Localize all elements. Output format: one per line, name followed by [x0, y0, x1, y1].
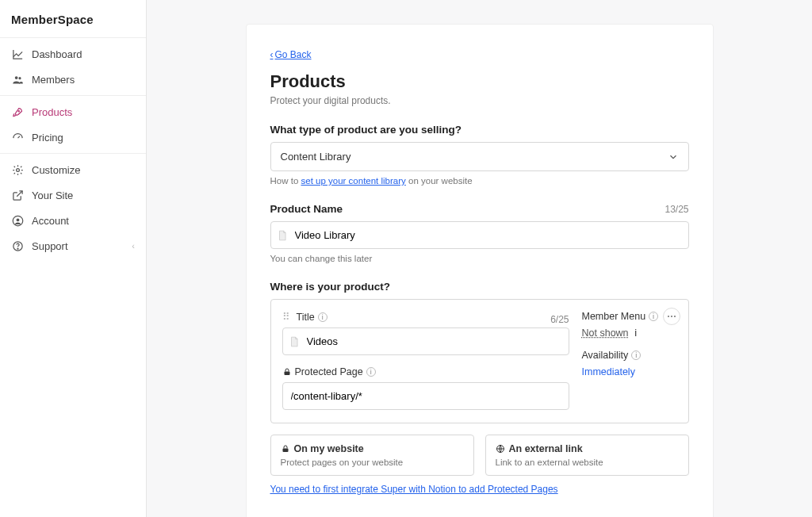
availability-value[interactable]: Immediately	[582, 366, 635, 377]
sidebar-item-dashboard[interactable]: Dashboard	[0, 41, 146, 67]
sidebar-item-label: Customize	[32, 164, 80, 176]
lock-icon	[282, 367, 292, 377]
location-panel-left: ⠿ Title i 6/25 Protected Pa	[282, 311, 569, 410]
sidebar-item-products[interactable]: Products	[0, 99, 146, 124]
info-icon[interactable]: i	[634, 327, 637, 339]
product-name-counter: 13/25	[665, 204, 688, 215]
nav-group-settings: Customize Your Site Account Support ‹	[0, 154, 146, 262]
sidebar-item-support[interactable]: Support ‹	[0, 233, 146, 258]
info-icon[interactable]: i	[318, 312, 327, 322]
logo: MemberSpace	[0, 0, 146, 38]
svg-point-6	[16, 218, 19, 221]
product-name-input[interactable]	[270, 221, 689, 249]
location-panel-right: ⋯ Member Menu i Not shown i Availability	[582, 311, 677, 410]
protected-page-label: Protected Page i	[282, 366, 569, 377]
svg-point-1	[18, 77, 21, 79]
chart-line-icon	[11, 48, 24, 60]
drag-handle-icon[interactable]: ⠿	[282, 311, 290, 323]
help-circle-icon	[11, 239, 24, 252]
page-icon	[277, 230, 288, 241]
option-subtitle: Protect pages on your website	[281, 458, 464, 467]
sidebar: MemberSpace Dashboard Members Products P…	[0, 0, 147, 517]
option-on-my-website[interactable]: On my website Protect pages on your webs…	[270, 435, 474, 476]
svg-rect-9	[284, 372, 289, 376]
product-location-label: Where is your product?	[270, 281, 689, 293]
gauge-icon	[11, 131, 24, 144]
sidebar-item-your-site[interactable]: Your Site	[0, 182, 146, 208]
svg-point-3	[16, 168, 19, 171]
protected-page-input[interactable]	[282, 382, 569, 410]
go-back-link[interactable]: ‹ Go Back	[270, 49, 312, 60]
chevron-left-icon: ‹	[270, 49, 274, 60]
option-subtitle: Link to an external website	[496, 458, 679, 467]
location-panel: ⠿ Title i 6/25 Protected Pa	[270, 299, 689, 423]
sidebar-item-label: Your Site	[32, 190, 73, 201]
sidebar-item-label: Pricing	[32, 132, 63, 144]
sidebar-item-customize[interactable]: Customize	[0, 157, 146, 182]
title-field-label: ⠿ Title i	[282, 311, 327, 323]
more-options-button[interactable]: ⋯	[663, 308, 680, 325]
sidebar-item-label: Members	[32, 74, 75, 86]
sidebar-item-label: Account	[32, 215, 69, 227]
product-name-helper: You can change this later	[270, 254, 689, 263]
info-icon[interactable]: i	[649, 312, 658, 321]
setup-content-library-link[interactable]: set up your content library	[301, 176, 406, 186]
external-link-icon	[11, 189, 24, 201]
page-icon	[289, 336, 300, 347]
svg-point-2	[18, 110, 19, 111]
member-menu-value[interactable]: Not shown	[582, 327, 629, 339]
option-title: An external link	[509, 443, 583, 454]
product-type-label: What type of product are you selling?	[270, 124, 689, 136]
option-external-link[interactable]: An external link Link to an external web…	[485, 435, 689, 476]
go-back-label: Go Back	[275, 49, 312, 60]
users-icon	[11, 73, 24, 86]
chevron-down-icon	[668, 151, 679, 163]
availability-label: Availability i	[582, 350, 677, 361]
main-content: ‹ Go Back Products Protect your digital …	[147, 0, 812, 517]
svg-rect-10	[282, 449, 288, 453]
title-input[interactable]	[282, 327, 569, 355]
sidebar-item-label: Products	[32, 106, 72, 118]
product-name-label: Product Name 13/25	[270, 203, 689, 215]
chevron-left-icon: ‹	[132, 241, 135, 251]
sidebar-item-account[interactable]: Account	[0, 208, 146, 233]
info-icon[interactable]: i	[631, 350, 641, 360]
svg-point-8	[17, 248, 18, 249]
svg-point-0	[14, 76, 17, 79]
user-circle-icon	[11, 214, 24, 227]
option-title: On my website	[294, 443, 364, 454]
sidebar-item-label: Dashboard	[32, 48, 82, 60]
lock-icon	[281, 444, 290, 454]
product-type-select[interactable]: Content Library	[270, 142, 689, 171]
sidebar-item-pricing[interactable]: Pricing	[0, 124, 146, 150]
product-type-value: Content Library	[281, 151, 351, 163]
product-form-card: ‹ Go Back Products Protect your digital …	[246, 24, 714, 517]
sidebar-item-members[interactable]: Members	[0, 67, 146, 92]
sidebar-item-label: Support	[32, 240, 68, 252]
title-counter: 6/25	[550, 314, 569, 325]
gear-icon	[11, 163, 24, 176]
nav-group-main: Dashboard Members	[0, 38, 146, 96]
globe-icon	[496, 444, 505, 454]
product-type-helper: How to set up your content library on yo…	[270, 176, 689, 186]
rocket-icon	[11, 105, 24, 118]
page-title: Products	[270, 71, 689, 92]
info-icon[interactable]: i	[366, 367, 376, 377]
svg-line-4	[17, 190, 22, 196]
page-subtitle: Protect your digital products.	[270, 95, 689, 106]
integrate-note-link[interactable]: You need to first integrate Super with N…	[270, 484, 558, 495]
nav-group-products: Products Pricing	[0, 96, 146, 154]
